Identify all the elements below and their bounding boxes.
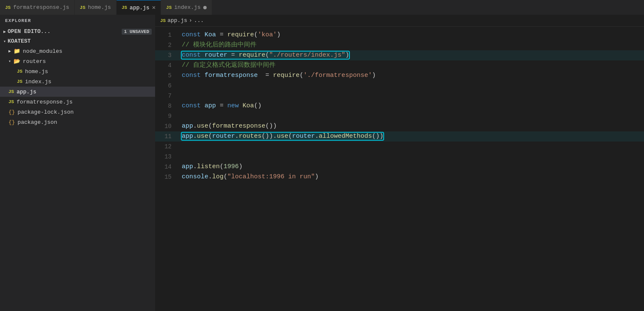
breadcrumb-rest: ... — [194, 17, 204, 24]
sidebar-item-formatresponse-js[interactable]: JS formatresponse.js — [0, 97, 155, 107]
file-label: package-lock.json — [18, 109, 74, 115]
file-label: app.js — [16, 89, 36, 95]
json-icon: {} — [8, 119, 15, 125]
line-content: // 自定义格式化返回数据中间件 — [178, 60, 644, 71]
tab-formatresponse[interactable]: JS formatresponse.js — [0, 0, 75, 15]
line-number: 15 — [155, 172, 178, 182]
line-number: 2 — [155, 40, 178, 50]
sidebar-item-package-lock-json[interactable]: {} package-lock.json — [0, 107, 155, 117]
unsaved-badge: 1 UNSAVED — [122, 29, 152, 35]
chevron-down-icon: ▾ — [8, 59, 11, 64]
code-line-7: 7 — [155, 91, 644, 101]
sidebar-item-app-js[interactable]: JS app.js — [0, 87, 155, 97]
json-icon: {} — [8, 109, 15, 115]
line-number: 12 — [155, 142, 178, 152]
line-content: // 模块化后的路由中间件 — [178, 40, 644, 50]
sidebar-item-routers[interactable]: ▾ 📂 routers — [0, 56, 155, 66]
line-number: 10 — [155, 121, 178, 131]
tab-home[interactable]: JS home.js — [75, 0, 117, 15]
line-content: const app = new Koa() — [178, 101, 644, 111]
folder-icon: 📂 — [14, 58, 20, 65]
sidebar-item-home-js[interactable]: JS home.js — [0, 66, 155, 76]
js-icon: JS — [8, 89, 14, 94]
main-layout: EXPLORER ▶ OPEN EDITO... 1 UNSAVED ▾ KOA… — [0, 15, 644, 311]
line-number: 4 — [155, 60, 178, 71]
code-line-10: 10 app.use(formatresponse()) — [155, 121, 644, 131]
code-line-15: 15 console.log("localhost:1996 in run") — [155, 172, 644, 182]
code-line-5: 5 const formatresponse = require('./form… — [155, 71, 644, 81]
line-number: 8 — [155, 101, 178, 111]
folder-label: node_modules — [23, 48, 63, 55]
js-icon: JS — [166, 5, 172, 10]
code-line-12: 12 — [155, 142, 644, 152]
js-icon: JS — [160, 18, 166, 23]
code-line-2: 2 // 模块化后的路由中间件 — [155, 40, 644, 50]
code-line-13: 13 — [155, 152, 644, 162]
line-number: 11 — [155, 131, 178, 142]
breadcrumb: JS app.js › ... — [155, 15, 644, 27]
line-content: app.use(formatresponse()) — [178, 121, 644, 131]
line-number: 13 — [155, 152, 178, 162]
chevron-right-icon: ▶ — [8, 49, 11, 54]
tab-label: home.js — [88, 4, 111, 11]
sidebar-item-index-js[interactable]: JS index.js — [0, 76, 155, 87]
folder-icon: 📁 — [14, 48, 20, 55]
line-content: app.listen(1996) — [178, 162, 644, 172]
breadcrumb-file: app.js — [167, 17, 187, 24]
code-line-6: 6 — [155, 81, 644, 91]
js-icon: JS — [17, 79, 22, 84]
line-number: 6 — [155, 81, 178, 91]
js-icon: JS — [17, 69, 22, 74]
line-number: 1 — [155, 30, 178, 40]
code-line-11: 11 app.use(router.routes()).use(router.a… — [155, 131, 644, 142]
line-content: app.use(router.routes()).use(router.allo… — [178, 131, 644, 142]
file-label: home.js — [25, 68, 48, 75]
line-number: 7 — [155, 91, 178, 101]
line-content: const router = require("./routers/index.… — [178, 50, 644, 60]
line-number: 3 — [155, 50, 178, 60]
sidebar: EXPLORER ▶ OPEN EDITO... 1 UNSAVED ▾ KOA… — [0, 15, 155, 311]
unsaved-dot — [203, 6, 207, 9]
chevron-right-icon: ▶ — [3, 29, 6, 34]
code-line-8: 8 const app = new Koa() — [155, 101, 644, 111]
project-section[interactable]: ▾ KOATEST — [0, 36, 155, 46]
sidebar-header: EXPLORER — [0, 15, 155, 27]
tab-label: formatresponse.js — [13, 4, 69, 11]
line-number: 9 — [155, 111, 178, 121]
js-icon: JS — [5, 5, 11, 10]
code-editor[interactable]: 1 const Koa = require('koa') 2 // 模块化后的路… — [155, 27, 644, 311]
line-number: 14 — [155, 162, 178, 172]
code-line-4: 4 // 自定义格式化返回数据中间件 — [155, 60, 644, 71]
line-number: 5 — [155, 71, 178, 81]
sidebar-item-node-modules[interactable]: ▶ 📁 node_modules — [0, 46, 155, 56]
js-icon: JS — [8, 99, 14, 104]
line-content: console.log("localhost:1996 in run") — [178, 172, 644, 182]
file-label: package.json — [18, 119, 57, 125]
tab-label: index.js — [174, 4, 200, 11]
file-label: formatresponse.js — [16, 99, 73, 105]
chevron-down-icon: ▾ — [3, 39, 6, 44]
code-line-3: 3 const router = require("./routers/inde… — [155, 50, 644, 60]
line-content: const formatresponse = require('./format… — [178, 71, 644, 81]
project-name: KOATEST — [8, 38, 31, 44]
open-editors-section[interactable]: ▶ OPEN EDITO... 1 UNSAVED — [0, 27, 155, 36]
tab-app[interactable]: JS app.js ✕ — [117, 0, 161, 15]
sidebar-item-package-json[interactable]: {} package.json — [0, 117, 155, 127]
open-editors-label: OPEN EDITO... — [8, 28, 50, 35]
code-line-9: 9 — [155, 111, 644, 121]
tab-label: app.js — [130, 5, 150, 11]
close-icon[interactable]: ✕ — [152, 5, 156, 11]
line-content: const Koa = require('koa') — [178, 30, 644, 40]
code-line-1: 1 const Koa = require('koa') — [155, 30, 644, 40]
breadcrumb-separator: › — [189, 17, 192, 24]
file-label: index.js — [25, 79, 51, 85]
code-line-14: 14 app.listen(1996) — [155, 162, 644, 172]
js-icon: JS — [80, 5, 85, 10]
editor-area: JS app.js › ... 1 const Koa = require('k… — [155, 15, 644, 311]
js-icon: JS — [122, 5, 127, 10]
tab-bar: JS formatresponse.js JS home.js JS app.j… — [0, 0, 644, 15]
folder-label: routers — [23, 58, 46, 65]
tab-index[interactable]: JS index.js — [161, 0, 212, 15]
